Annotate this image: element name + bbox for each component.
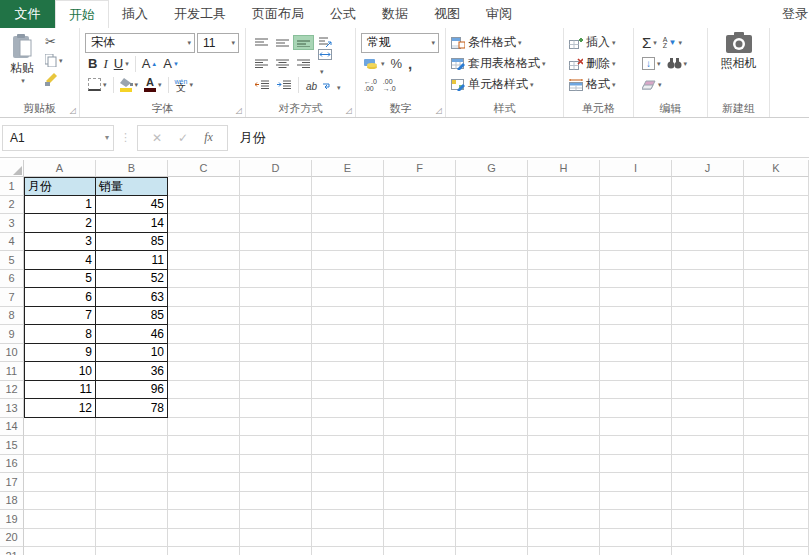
- cell-J13[interactable]: [672, 399, 744, 418]
- cell-B16[interactable]: [96, 455, 168, 474]
- cell-B13[interactable]: 78: [96, 399, 168, 418]
- tab-6[interactable]: 视图: [421, 0, 473, 28]
- cell-D5[interactable]: [240, 251, 312, 270]
- cell-J1[interactable]: [672, 177, 744, 196]
- cell-H21[interactable]: [528, 547, 600, 555]
- tab-0[interactable]: 开始: [55, 0, 109, 28]
- cell-H1[interactable]: [528, 177, 600, 196]
- cell-E11[interactable]: [312, 362, 384, 381]
- cell-E19[interactable]: [312, 510, 384, 529]
- cell-G3[interactable]: [456, 214, 528, 233]
- cell-K11[interactable]: [744, 362, 809, 381]
- cell-I15[interactable]: [600, 436, 672, 455]
- cell-G9[interactable]: [456, 325, 528, 344]
- italic-button[interactable]: I: [100, 55, 110, 73]
- cell-I19[interactable]: [600, 510, 672, 529]
- cell-K15[interactable]: [744, 436, 809, 455]
- cell-C17[interactable]: [168, 473, 240, 492]
- cell-H10[interactable]: [528, 344, 600, 363]
- cell-A8[interactable]: 7: [24, 307, 96, 326]
- cell-D15[interactable]: [240, 436, 312, 455]
- cell-I20[interactable]: [600, 529, 672, 548]
- cell-C14[interactable]: [168, 418, 240, 437]
- shrink-font-button[interactable]: A▼: [160, 55, 182, 72]
- cell-H12[interactable]: [528, 381, 600, 400]
- row-header-5[interactable]: 5: [0, 251, 24, 270]
- cell-D18[interactable]: [240, 492, 312, 511]
- number-dialog-launcher[interactable]: ◿: [436, 107, 442, 115]
- cell-B7[interactable]: 63: [96, 288, 168, 307]
- percent-button[interactable]: %: [388, 55, 406, 72]
- cell-E5[interactable]: [312, 251, 384, 270]
- cell-G5[interactable]: [456, 251, 528, 270]
- cell-C10[interactable]: [168, 344, 240, 363]
- number-format-select[interactable]: 常规 ▾: [361, 33, 439, 53]
- cell-J11[interactable]: [672, 362, 744, 381]
- cell-D7[interactable]: [240, 288, 312, 307]
- paste-dropdown[interactable]: ▾: [21, 77, 25, 85]
- cell-E3[interactable]: [312, 214, 384, 233]
- cell-B4[interactable]: 85: [96, 233, 168, 252]
- cell-J5[interactable]: [672, 251, 744, 270]
- cell-B11[interactable]: 36: [96, 362, 168, 381]
- increase-indent-button[interactable]: [273, 77, 295, 92]
- cell-B21[interactable]: [96, 547, 168, 555]
- cell-K3[interactable]: [744, 214, 809, 233]
- clear-button[interactable]: ▾: [639, 79, 665, 91]
- cell-B15[interactable]: [96, 436, 168, 455]
- cell-B3[interactable]: 14: [96, 214, 168, 233]
- cell-H17[interactable]: [528, 473, 600, 492]
- cell-D17[interactable]: [240, 473, 312, 492]
- cell-A2[interactable]: 1: [24, 196, 96, 215]
- column-header-H[interactable]: H: [528, 160, 600, 177]
- cell-C8[interactable]: [168, 307, 240, 326]
- cell-D8[interactable]: [240, 307, 312, 326]
- cell-I16[interactable]: [600, 455, 672, 474]
- cell-F14[interactable]: [384, 418, 456, 437]
- cell-A9[interactable]: 8: [24, 325, 96, 344]
- cell-J16[interactable]: [672, 455, 744, 474]
- camera-button[interactable]: 照相机: [708, 28, 769, 72]
- cell-B6[interactable]: 52: [96, 270, 168, 289]
- cell-C16[interactable]: [168, 455, 240, 474]
- align-left-button[interactable]: [251, 56, 272, 71]
- cell-styles-button[interactable]: 单元格样式 ▾: [451, 74, 559, 95]
- cell-K16[interactable]: [744, 455, 809, 474]
- cell-K21[interactable]: [744, 547, 809, 555]
- align-right-button[interactable]: [293, 56, 314, 71]
- cell-D3[interactable]: [240, 214, 312, 233]
- cell-A21[interactable]: [24, 547, 96, 555]
- cell-I12[interactable]: [600, 381, 672, 400]
- column-header-D[interactable]: D: [240, 160, 312, 177]
- cell-H18[interactable]: [528, 492, 600, 511]
- cell-B14[interactable]: [96, 418, 168, 437]
- align-top-button[interactable]: [251, 35, 272, 50]
- cell-H6[interactable]: [528, 270, 600, 289]
- sort-filter-button[interactable]: AZ ▼ ▾: [660, 36, 685, 50]
- cell-E4[interactable]: [312, 233, 384, 252]
- row-header-20[interactable]: 20: [0, 529, 24, 548]
- cell-B10[interactable]: 10: [96, 344, 168, 363]
- cell-C2[interactable]: [168, 196, 240, 215]
- cell-A12[interactable]: 11: [24, 381, 96, 400]
- cell-C6[interactable]: [168, 270, 240, 289]
- row-header-15[interactable]: 15: [0, 436, 24, 455]
- cell-B18[interactable]: [96, 492, 168, 511]
- delete-cells-button[interactable]: 删除 ▾: [569, 53, 629, 74]
- cell-F18[interactable]: [384, 492, 456, 511]
- cell-E10[interactable]: [312, 344, 384, 363]
- cell-G1[interactable]: [456, 177, 528, 196]
- cell-F17[interactable]: [384, 473, 456, 492]
- cell-J6[interactable]: [672, 270, 744, 289]
- cell-C20[interactable]: [168, 529, 240, 548]
- cell-E21[interactable]: [312, 547, 384, 555]
- row-header-14[interactable]: 14: [0, 418, 24, 437]
- cell-F12[interactable]: [384, 381, 456, 400]
- cell-H13[interactable]: [528, 399, 600, 418]
- phonetic-button[interactable]: wén 文 ▾: [172, 78, 196, 92]
- cell-A10[interactable]: 9: [24, 344, 96, 363]
- cell-A18[interactable]: [24, 492, 96, 511]
- cell-A14[interactable]: [24, 418, 96, 437]
- font-size-select[interactable]: 11 ▾: [197, 33, 239, 53]
- autosum-button[interactable]: Σ ▾: [639, 35, 660, 51]
